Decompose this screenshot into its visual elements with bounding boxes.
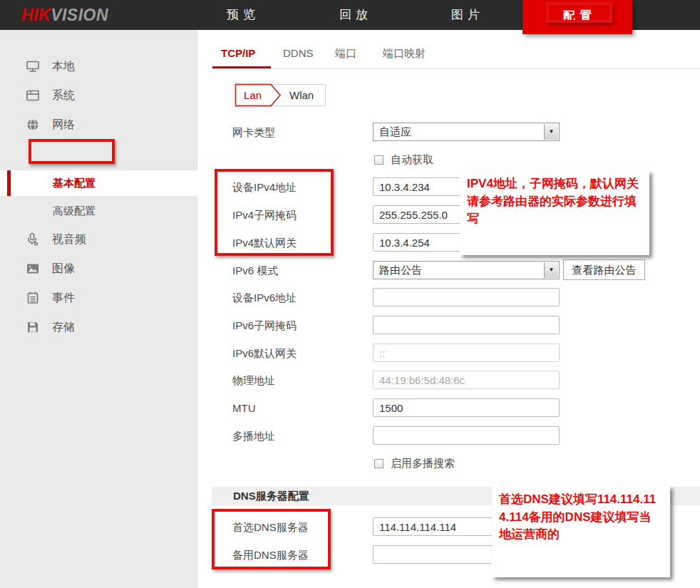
- sidebar-item-label: 存储: [52, 320, 75, 335]
- sidebar-item-network[interactable]: 网络: [0, 112, 197, 138]
- tab-lan-label[interactable]: Lan: [244, 84, 262, 106]
- monitor-icon: [26, 59, 40, 73]
- auto-dhcp-checkbox[interactable]: [374, 155, 384, 165]
- mac-address-input[interactable]: [373, 371, 560, 389]
- secondary-dns-label: 备用DNS服务器: [232, 549, 309, 562]
- nav-config-active-tab[interactable]: 配置: [523, 0, 632, 34]
- tab-wlan-label[interactable]: Wlan: [289, 84, 314, 106]
- sidebar-item-basic-config[interactable]: 基本配置: [0, 170, 197, 196]
- ipv4-gateway-label: IPv4默认网关: [232, 237, 297, 250]
- hikvision-logo: HIKVISION: [21, 6, 108, 25]
- ipv6-mode-label: IPv6 模式: [232, 264, 278, 278]
- tab-port[interactable]: 端口: [335, 47, 356, 68]
- sidebar-item-label: 本地: [52, 59, 75, 74]
- multicast-address-input[interactable]: [373, 426, 560, 445]
- tabs-divider: [212, 68, 700, 69]
- multicast-address-label: 多播地址: [232, 430, 275, 443]
- sidebar-item-advanced-config[interactable]: 高级配置: [0, 198, 197, 224]
- multicast-search-row: 启用多播搜索: [374, 457, 455, 470]
- sidebar-item-storage[interactable]: 存储: [0, 314, 197, 340]
- mtu-input[interactable]: [373, 398, 560, 417]
- sidebar-item-image[interactable]: 图像: [0, 256, 197, 282]
- sidebar-item-event[interactable]: 事件: [0, 285, 197, 311]
- sidebar-item-label: 高级配置: [53, 205, 96, 218]
- sidebar-item-audio-video[interactable]: 视音频: [0, 227, 197, 252]
- mac-address-label: 物理地址: [232, 374, 275, 388]
- page: HIKVISION 预览 回放 图片 配置 本地 系统 网络 基: [0, 0, 700, 588]
- ipv6-gateway-label: IPv6默认网关: [232, 347, 297, 361]
- ipv6-mode-select[interactable]: 路由公告 ▼: [373, 261, 560, 279]
- tab-port-mapping[interactable]: 端口映射: [383, 47, 426, 68]
- annotation-note-dns: 首选DNS建议填写114.114.114.114备用的DNS建议填写当地运营商的: [492, 486, 670, 577]
- ipv6-netmask-input[interactable]: [373, 316, 560, 334]
- tab-ddns[interactable]: DDNS: [283, 47, 314, 68]
- sidebar-item-label: 事件: [52, 291, 75, 306]
- lan-wlan-tabs: Wlan Lan: [235, 84, 326, 106]
- logo-hik: HIK: [21, 6, 51, 24]
- sidebar-item-local[interactable]: 本地: [0, 53, 197, 79]
- sidebar-item-label: 基本配置: [53, 177, 96, 190]
- nic-type-label: 网卡类型: [232, 126, 275, 140]
- ipv4-netmask-label: IPv4子网掩码: [232, 209, 297, 222]
- dns-section-title: DNS服务器配置: [233, 490, 309, 503]
- auto-dhcp-label: 自动获取: [391, 153, 433, 167]
- dropdown-arrow-icon[interactable]: ▼: [544, 124, 558, 140]
- window-icon: [26, 88, 40, 103]
- sidebar-item-label: 图像: [52, 262, 75, 277]
- logo-vision: VISION: [51, 6, 108, 24]
- sidebar-item-label: 网络: [52, 118, 75, 133]
- mtu-label: MTU: [232, 402, 256, 414]
- nic-type-select[interactable]: 自适应 ▼: [373, 123, 560, 141]
- ipv6-gateway-input[interactable]: [373, 344, 560, 362]
- sidebar-item-system[interactable]: 系统: [0, 83, 197, 108]
- nic-type-value: 自适应: [379, 123, 411, 140]
- dropdown-arrow-icon[interactable]: ▼: [544, 262, 558, 278]
- tab-tcpip[interactable]: TCP/IP: [221, 47, 255, 68]
- event-icon: [26, 291, 40, 305]
- nav-playback[interactable]: 回放: [326, 0, 381, 30]
- sidebar-item-label: 视音频: [52, 232, 86, 247]
- microphone-icon: [26, 232, 40, 247]
- globe-icon: [26, 118, 40, 132]
- multicast-search-checkbox[interactable]: [374, 459, 384, 468]
- sidebar: 本地 系统 网络 基本配置 高级配置 视音频: [0, 30, 197, 588]
- ipv6-netmask-label: IPv6子网掩码: [232, 319, 297, 333]
- primary-dns-label: 首选DNS服务器: [232, 521, 309, 535]
- ipv6-address-input[interactable]: [373, 288, 560, 306]
- image-icon: [26, 262, 40, 276]
- ipv6-mode-value: 路由公告: [379, 262, 422, 279]
- sidebar-item-label: 系统: [52, 88, 75, 103]
- ipv4-address-label: 设备IPv4地址: [232, 181, 297, 195]
- selected-indicator: [7, 170, 11, 196]
- auto-dhcp-row: 自动获取: [374, 153, 433, 167]
- nav-picture[interactable]: 图片: [438, 0, 493, 30]
- annotation-note-ipv4: IPV4地址，子网掩码，默认网关请参考路由器的实际参数进行填写: [460, 170, 649, 255]
- multicast-search-label: 启用多播搜索: [391, 457, 455, 470]
- ipv6-address-label: 设备IPv6地址: [232, 292, 297, 305]
- nav-preview[interactable]: 预览: [214, 0, 268, 30]
- storage-icon: [26, 320, 40, 334]
- view-route-advertisement-button[interactable]: 查看路由公告: [563, 259, 645, 280]
